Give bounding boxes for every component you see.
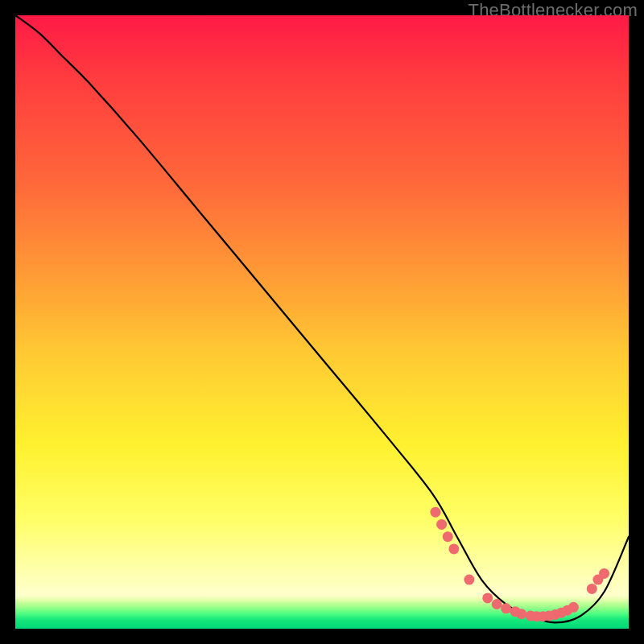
curve-marker-dot [430,507,440,518]
curve-marker-dot [443,531,453,542]
heat-gradient-plot [15,15,629,629]
curve-marker-dot [464,575,474,585]
curve-markers [430,507,609,622]
curve-marker-dot [492,599,502,609]
curve-marker-dot [482,592,493,603]
bottleneck-curve [15,15,629,622]
curve-marker-dot [587,584,597,594]
curve-marker-dot [501,603,511,613]
curve-marker-dot [568,602,579,613]
curve-marker-dot [436,519,447,530]
curve-marker-dot [516,609,526,619]
curve-marker-dot [448,543,459,554]
curve-svg [15,15,629,629]
curve-marker-dot [599,568,609,579]
chart-stage: TheBottlenecker.com [0,0,644,644]
